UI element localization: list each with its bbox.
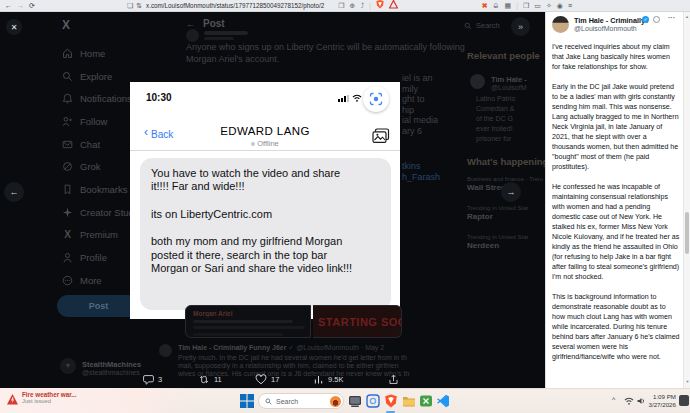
message-text: You have to watch the video and share it…: [151, 167, 353, 194]
browser-menu-icon[interactable]: ≡: [568, 1, 572, 11]
collapse-panel-icon[interactable]: »: [511, 17, 530, 36]
message-bubble: You have to watch the video and share it…: [140, 158, 391, 310]
sidebar-item-notifications[interactable]: Notifications: [62, 87, 132, 110]
contact-name: EDWARD LANG: [130, 125, 400, 137]
taskbar-search-input[interactable]: Search: [258, 393, 344, 409]
search-icon: [62, 71, 73, 82]
reading-list-icon[interactable]: ❏: [127, 1, 133, 11]
site-info-icon[interactable]: ⇅: [136, 1, 142, 11]
split-view-icon[interactable]: ❐: [523, 1, 529, 11]
views-button[interactable]: 9.5K: [313, 374, 343, 385]
tray-wifi-icon[interactable]: [624, 397, 634, 405]
tray-volume-icon[interactable]: [637, 397, 646, 405]
window-icon[interactable]: ▭: [534, 1, 541, 11]
zoom-icon[interactable]: ⊕: [350, 1, 356, 11]
next-photo-icon[interactable]: →: [501, 182, 521, 202]
photo-attachment[interactable]: 10:30 ‹ Back EDWARD LANG Offline You hav…: [130, 82, 400, 319]
user-icon: [62, 252, 73, 263]
panel-scrollbar[interactable]: ▲ ▼: [683, 12, 690, 388]
search-highlight-icon: [330, 396, 341, 407]
dim-avatar: [186, 29, 199, 42]
apps-grid-icon[interactable]: ▦: [505, 1, 512, 11]
trend-name[interactable]: Nerdeen: [467, 241, 543, 250]
profile-avatar-icon[interactable]: ◉: [557, 1, 563, 11]
weather-alert-icon: [6, 393, 19, 406]
affiliate-badge-icon: [653, 16, 660, 23]
account-handle: @stealthmachines: [82, 369, 142, 376]
home-icon: [62, 48, 73, 59]
taskbar-app-explorer-icon[interactable]: [402, 394, 416, 408]
sidebar-item-premium[interactable]: XPremium: [62, 224, 132, 247]
more-options-icon[interactable]: ···: [668, 14, 675, 21]
view-count: 9.5K: [328, 375, 343, 384]
account-name[interactable]: StealthMachines: [82, 360, 142, 369]
browser-reload-icon[interactable]: ⟳: [29, 1, 35, 11]
dim-tweet-line1: Anyone who signs up on Liberty Centric w…: [186, 42, 465, 52]
author-name[interactable]: Tim Hale - Criminally ...: [574, 16, 648, 25]
extension-x-icon[interactable]: ✖: [482, 1, 488, 11]
browser-toolbar: ← → ⟳ ❏ ⇅ x.com/LouisofMonmouth/status/1…: [0, 0, 690, 12]
tray-clock[interactable]: 1:09 PM 3/27/2026: [646, 393, 676, 409]
taskbar-app-terminal-icon[interactable]: [348, 394, 362, 408]
taskbar-app-photos-icon[interactable]: [366, 394, 380, 408]
dim-search-box: Search: [464, 21, 500, 30]
browser-back-icon[interactable]: ←: [5, 1, 12, 11]
trend-name[interactable]: Raptor: [467, 212, 543, 221]
page-title: Post: [203, 18, 225, 29]
taskbar-app-vscode-icon[interactable]: [436, 394, 450, 408]
tweet-detail-panel: Tim Hale - Criminally ... ✓ ··· @Louisof…: [545, 12, 690, 388]
start-button-icon[interactable]: [240, 394, 254, 408]
scrollbar-thumb[interactable]: [685, 212, 689, 254]
tweet-paragraph: He confessed he was incapable of maintai…: [552, 182, 680, 282]
reply-author-row: Tim Hale - Criminally Funny J6er ✓ @Loui…: [178, 344, 540, 352]
sidebar-item-home[interactable]: Home: [62, 42, 132, 65]
relevant-avatar: [470, 74, 485, 89]
sidebar-item-bookmarks[interactable]: Bookmarks: [62, 178, 132, 201]
close-icon[interactable]: ✕: [6, 19, 22, 35]
browser-forward-icon[interactable]: →: [17, 1, 24, 11]
sidebar-item-chat[interactable]: Chat: [62, 133, 132, 156]
post-button[interactable]: Post: [57, 295, 140, 317]
brave-shield-icon[interactable]: [376, 0, 384, 12]
taskbar-app-brave-icon[interactable]: [384, 394, 398, 408]
reply-button[interactable]: 3: [143, 374, 162, 385]
share-button[interactable]: [388, 374, 399, 385]
author-handle: @LouisofMonmouth: [574, 25, 654, 32]
url-bar[interactable]: x.com/LouisofMonmouth/status/17977128500…: [146, 2, 324, 9]
account-avatar: ▼: [60, 358, 76, 374]
sidebar-item-grok[interactable]: Grok: [62, 155, 132, 178]
taskbar-app-green-icon[interactable]: [419, 394, 433, 408]
scroll-down-icon: ▼: [684, 379, 690, 384]
relevant-name[interactable]: Tim Hale -: [491, 75, 543, 84]
bookmark-icon: [62, 184, 73, 195]
sidebar-item-follow[interactable]: Follow: [62, 110, 132, 133]
photo-viewer-backdrop: X Home Explore Notifications Follow Chat…: [0, 12, 545, 388]
share-icon[interactable]: ⤴: [360, 1, 364, 11]
lens-search-icon[interactable]: [363, 86, 389, 112]
tray-chevron-icon[interactable]: ^: [612, 396, 615, 403]
sidebar-item-profile[interactable]: Profile: [62, 246, 132, 269]
sidebar-item-creator-studio[interactable]: Creator Studio: [62, 201, 132, 224]
pip-icon[interactable]: ❐: [338, 1, 344, 11]
screen: ← → ⟳ ❏ ⇅ x.com/LouisofMonmouth/status/1…: [0, 0, 690, 413]
like-button[interactable]: 17: [255, 374, 279, 385]
sidebar-item-explore[interactable]: Explore: [62, 65, 132, 88]
author-avatar[interactable]: [552, 16, 569, 33]
wifi-icon: [352, 94, 362, 102]
tweet-paragraph: This is background information to demons…: [552, 292, 680, 362]
repost-button[interactable]: 11: [198, 374, 222, 385]
notification-bell-icon[interactable]: 🕭: [493, 1, 500, 11]
tray-app-icon[interactable]: [679, 395, 689, 406]
reply-count: 3: [158, 375, 162, 384]
reply-text: Pretty much. In the DC jail he had sever…: [178, 354, 540, 378]
adblock-icon[interactable]: [389, 0, 398, 12]
mail-icon: [62, 139, 73, 150]
prev-photo-icon[interactable]: ←: [4, 182, 24, 202]
user-plus-icon: [62, 116, 73, 127]
back-arrow-icon[interactable]: ←: [186, 19, 195, 29]
relevant-bio: Latino Patrio Comedian & of the DC G eve…: [476, 94, 544, 144]
search-icon: [265, 398, 272, 405]
sidebar-item-more[interactable]: More: [62, 269, 132, 292]
extensions-puzzle-icon[interactable]: ✧: [546, 1, 552, 11]
weather-alert-toast[interactable]: Fire weather war... Just issued: [0, 388, 205, 413]
